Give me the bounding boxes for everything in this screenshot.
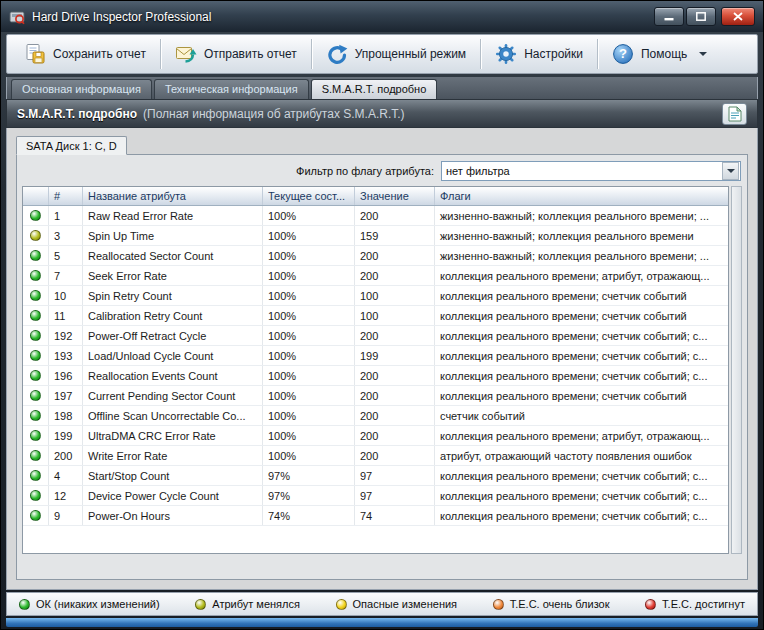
table-row[interactable]: 197 Current Pending Sector Count 100% 20… [23,386,728,406]
settings-gear-icon [495,43,517,65]
cell-value: 100 [355,286,435,305]
scrollbar-track[interactable] [731,186,742,554]
column-header-name[interactable]: Название атрибута [83,187,263,205]
cell-flags: коллекция реального времени; счетчик соб… [435,506,728,525]
cell-value: 200 [355,246,435,265]
minimize-button[interactable] [654,7,684,26]
close-button[interactable] [721,7,755,26]
cell-id: 12 [49,486,83,505]
save-report-label: Сохранить отчет [53,47,146,61]
cell-value: 200 [355,386,435,405]
cell-status [23,506,49,525]
tab-smart-details[interactable]: S.M.A.R.T. подробно [311,79,438,99]
cell-value: 199 [355,346,435,365]
status-dot-icon [30,330,41,341]
status-dot-icon [30,390,41,401]
column-header-status[interactable] [23,187,49,205]
cell-flags: коллекция реального времени; счетчик соб… [435,326,728,345]
cell-flags: счетчик событий [435,406,728,425]
status-dot-icon [30,270,41,281]
table-row[interactable]: 196 Reallocation Events Count 100% 200 к… [23,366,728,386]
table-row[interactable]: 192 Power-Off Retract Cycle 100% 200 кол… [23,326,728,346]
cell-status [23,306,49,325]
cell-flags: жизненно-важный; коллекция реального вре… [435,226,728,245]
table-row[interactable]: 7 Seek Error Rate 100% 200 коллекция реа… [23,266,728,286]
cell-id: 7 [49,266,83,285]
help-icon: ? [612,43,634,65]
legend-item: ОК (никаких изменений) [19,598,160,610]
legend-label: Т.Е.С. очень близок [510,598,610,610]
svg-text:?: ? [619,46,627,61]
cell-status [23,286,49,305]
column-header-flags[interactable]: Флаги [435,187,728,205]
toolbar-separator [311,39,312,69]
cell-status [23,486,49,505]
table-row[interactable]: 10 Spin Retry Count 100% 100 коллекция р… [23,286,728,306]
dropdown-arrow-button[interactable] [722,162,739,180]
legend-item: Т.Е.С. достигнут [645,598,745,610]
titlebar: Hard Drive Inspector Professional [1,1,763,32]
cell-current-state: 97% [263,486,355,505]
table-row[interactable]: 1 Raw Read Error Rate 100% 200 жизненно-… [23,206,728,226]
cell-current-state: 100% [263,226,355,245]
table-row[interactable]: 198 Offline Scan Uncorrectable Co... 100… [23,406,728,426]
legend-item: Опасные изменения [336,598,458,610]
cell-status [23,266,49,285]
settings-button[interactable]: Настройки [483,38,595,70]
table-row[interactable]: 3 Spin Up Time 100% 159 жизненно-важный;… [23,226,728,246]
table-row[interactable]: 193 Load/Unload Cycle Count 100% 199 кол… [23,346,728,366]
cell-status [23,406,49,425]
column-header-value[interactable]: Значение [355,187,435,205]
simple-mode-button[interactable]: Упрощенный режим [314,38,478,70]
tab-technical-info[interactable]: Техническая информация [154,79,309,99]
table-row[interactable]: 4 Start/Stop Count 97% 97 коллекция реал… [23,466,728,486]
help-label: Помощь [641,47,687,61]
cell-flags: коллекция реального времени; счетчик соб… [435,346,728,365]
legend-dot-icon [195,599,206,610]
table-row[interactable]: 200 Write Error Rate 100% 200 атрибут, о… [23,446,728,466]
toolbar-separator [160,39,161,69]
report-page-icon-button[interactable] [722,103,747,125]
table-row[interactable]: 11 Calibration Retry Count 100% 100 колл… [23,306,728,326]
cell-current-state: 100% [263,366,355,385]
help-button[interactable]: ? Помощь [600,38,719,70]
legend-label: ОК (никаких изменений) [36,598,160,610]
legend-dot-icon [493,599,504,610]
cell-attribute-name: Power-On Hours [83,506,263,525]
cell-current-state: 100% [263,346,355,365]
send-report-label: Отправить отчет [204,47,297,61]
cell-id: 193 [49,346,83,365]
cell-status [23,346,49,365]
cell-id: 5 [49,246,83,265]
table-row[interactable]: 199 UltraDMA CRC Error Rate 100% 200 кол… [23,426,728,446]
cell-id: 197 [49,386,83,405]
legend-item: Атрибут менялся [195,598,300,610]
maximize-button[interactable] [686,7,716,26]
send-report-button[interactable]: Отправить отчет [163,38,309,70]
cell-flags: коллекция реального времени; счетчик соб… [435,306,728,325]
cell-flags: коллекция реального времени; счетчик соб… [435,486,728,505]
disk-tab[interactable]: SATA Диск 1: C, D [16,136,127,155]
column-header-id[interactable]: # [49,187,83,205]
cell-id: 196 [49,366,83,385]
cell-value: 100 [355,306,435,325]
cell-flags: атрибут, отражающий частоту появления ош… [435,446,728,465]
save-report-button[interactable]: Сохранить отчет [12,38,158,70]
section-subtitle: (Полная информация об атрибутах S.M.A.R.… [143,107,405,121]
cell-flags: жизненно-важный; коллекция реального вре… [435,206,728,225]
tab-basic-info[interactable]: Основная информация [11,79,152,99]
cell-id: 199 [49,426,83,445]
column-header-current[interactable]: Текущее сост... [263,187,355,205]
cell-status [23,246,49,265]
cell-flags: коллекция реального времени; счетчик соб… [435,386,728,405]
cell-id: 192 [49,326,83,345]
status-dot-icon [30,490,41,501]
cell-id: 200 [49,446,83,465]
table-row[interactable]: 5 Reallocated Sector Count 100% 200 жизн… [23,246,728,266]
legend-label: Атрибут менялся [212,598,300,610]
table-row[interactable]: 9 Power-On Hours 74% 74 коллекция реальн… [23,506,728,526]
table-row[interactable]: 12 Device Power Cycle Count 97% 97 колле… [23,486,728,506]
filter-dropdown[interactable]: нет фильтра [441,161,741,181]
send-report-icon [175,43,197,65]
cell-status [23,426,49,445]
